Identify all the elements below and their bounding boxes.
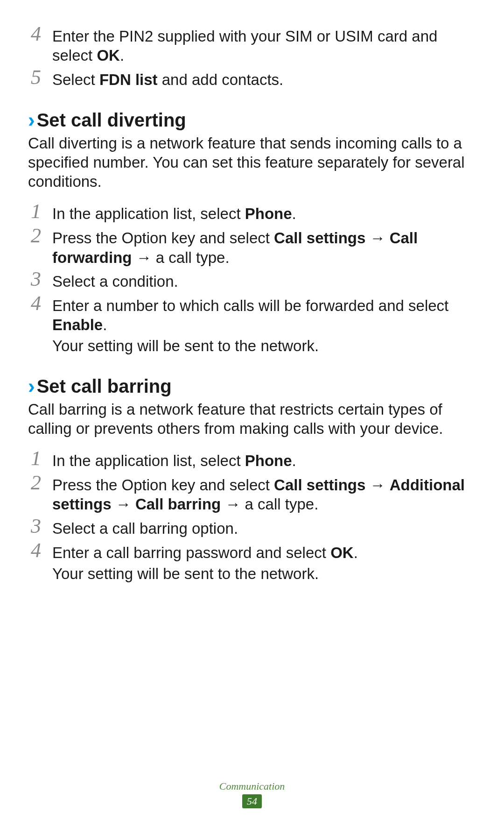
text-run: In the application list, select bbox=[52, 452, 245, 469]
bold-term: Phone bbox=[245, 205, 292, 222]
bold-term: Enable bbox=[52, 316, 103, 333]
text-run: . bbox=[120, 47, 124, 64]
numbered-step: 4Enter a call barring password and selec… bbox=[28, 542, 476, 584]
page-content: 4Enter the PIN2 supplied with your SIM o… bbox=[28, 26, 476, 583]
step-text: In the application list, select Phone. bbox=[52, 450, 476, 470]
section-title: Set call barring bbox=[37, 375, 172, 398]
text-run: and add contacts. bbox=[158, 71, 284, 88]
step-text: Enter a number to which calls will be fo… bbox=[52, 295, 476, 356]
step-number: 2 bbox=[28, 226, 44, 246]
text-run: Select bbox=[52, 71, 99, 88]
numbered-step: 3Select a call barring option. bbox=[28, 518, 476, 538]
bold-term: OK bbox=[97, 47, 120, 64]
step-text: Enter a call barring password and select… bbox=[52, 542, 476, 584]
section-heading-call-barring: › Set call barring bbox=[28, 375, 476, 398]
numbered-step: 1In the application list, select Phone. bbox=[28, 203, 476, 224]
step-number: 4 bbox=[28, 540, 44, 561]
step-number: 3 bbox=[28, 516, 44, 537]
step-text: Press the Option key and select Call set… bbox=[52, 474, 476, 514]
numbered-step: 2Press the Option key and select Call se… bbox=[28, 227, 476, 267]
manual-page: 4Enter the PIN2 supplied with your SIM o… bbox=[0, 0, 504, 827]
numbered-step: 3Select a condition. bbox=[28, 271, 476, 291]
numbered-step: 4Enter a number to which calls will be f… bbox=[28, 295, 476, 356]
text-run: → bbox=[365, 476, 389, 494]
text-run: → a call type. bbox=[132, 249, 230, 266]
numbered-step: 4Enter the PIN2 supplied with your SIM o… bbox=[28, 26, 476, 65]
step-number: 1 bbox=[28, 448, 44, 469]
text-run: Select a call barring option. bbox=[52, 520, 238, 537]
step-number: 2 bbox=[28, 473, 44, 493]
bold-term: FDN list bbox=[99, 71, 158, 88]
text-run: . bbox=[103, 316, 107, 333]
text-run: → a call type. bbox=[221, 495, 318, 513]
bold-term: Phone bbox=[245, 452, 292, 469]
step-text: Enter the PIN2 supplied with your SIM or… bbox=[52, 26, 476, 65]
step-text: In the application list, select Phone. bbox=[52, 203, 476, 223]
text-run: . bbox=[354, 544, 358, 561]
intro-step-list: 4Enter the PIN2 supplied with your SIM o… bbox=[28, 26, 476, 90]
step-number: 3 bbox=[28, 269, 44, 290]
step-number: 4 bbox=[28, 293, 44, 314]
text-run: In the application list, select bbox=[52, 205, 245, 222]
step-number: 5 bbox=[28, 67, 44, 88]
bold-term: Call settings bbox=[274, 476, 365, 494]
text-run: Enter a number to which calls will be fo… bbox=[52, 297, 448, 314]
text-run: Press the Option key and select bbox=[52, 229, 274, 247]
bold-term: Call settings bbox=[274, 229, 365, 247]
step-text: Select FDN list and add contacts. bbox=[52, 69, 476, 89]
text-run: Press the Option key and select bbox=[52, 476, 274, 494]
text-run: → bbox=[112, 495, 135, 513]
chevron-icon: › bbox=[28, 110, 35, 130]
numbered-step: 2Press the Option key and select Call se… bbox=[28, 474, 476, 514]
step-text: Press the Option key and select Call set… bbox=[52, 227, 476, 267]
step-followup-text: Your setting will be sent to the network… bbox=[52, 564, 476, 583]
numbered-step: 5Select FDN list and add contacts. bbox=[28, 69, 476, 90]
text-run: . bbox=[292, 452, 296, 469]
step-followup-text: Your setting will be sent to the network… bbox=[52, 336, 476, 355]
text-run: Enter a call barring password and select bbox=[52, 544, 330, 561]
bold-term: Call barring bbox=[135, 495, 221, 513]
section-description: Call barring is a network feature that r… bbox=[28, 400, 476, 438]
step-number: 1 bbox=[28, 201, 44, 222]
footer-section-label: Communication bbox=[0, 780, 504, 792]
text-run: . bbox=[292, 205, 296, 222]
section-title: Set call diverting bbox=[37, 108, 186, 132]
step-text: Select a condition. bbox=[52, 271, 476, 291]
section-heading-call-diverting: › Set call diverting bbox=[28, 108, 476, 132]
page-footer: Communication 54 bbox=[0, 780, 504, 808]
page-number: 54 bbox=[242, 794, 262, 808]
text-run: → bbox=[365, 229, 389, 247]
chevron-icon: › bbox=[28, 376, 35, 396]
section2-step-list: 1In the application list, select Phone.2… bbox=[28, 450, 476, 583]
step-number: 4 bbox=[28, 24, 44, 44]
text-run: Select a condition. bbox=[52, 273, 178, 290]
section-description: Call diverting is a network feature that… bbox=[28, 134, 476, 191]
section1-step-list: 1In the application list, select Phone.2… bbox=[28, 203, 476, 355]
step-text: Select a call barring option. bbox=[52, 518, 476, 538]
numbered-step: 1In the application list, select Phone. bbox=[28, 450, 476, 471]
bold-term: OK bbox=[330, 544, 354, 561]
